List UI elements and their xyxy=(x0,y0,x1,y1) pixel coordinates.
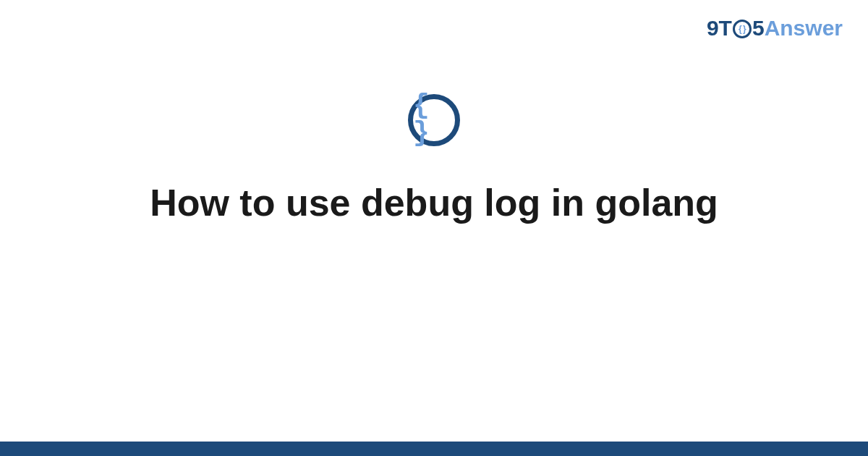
logo-text-answer: Answer xyxy=(765,16,843,41)
logo-text-9t: 9T xyxy=(707,16,732,41)
logo-circle-braces: { } xyxy=(739,24,746,34)
code-braces-icon: { } xyxy=(413,92,455,147)
main-content: { } How to use debug log in golang xyxy=(0,94,868,224)
logo-circle-icon: { } xyxy=(733,20,752,38)
page-title: How to use debug log in golang xyxy=(121,181,747,224)
logo-text-5: 5 xyxy=(752,16,765,41)
footer-accent-bar xyxy=(0,442,868,456)
site-logo: 9T { } 5 Answer xyxy=(707,16,843,41)
category-icon: { } xyxy=(408,94,460,146)
